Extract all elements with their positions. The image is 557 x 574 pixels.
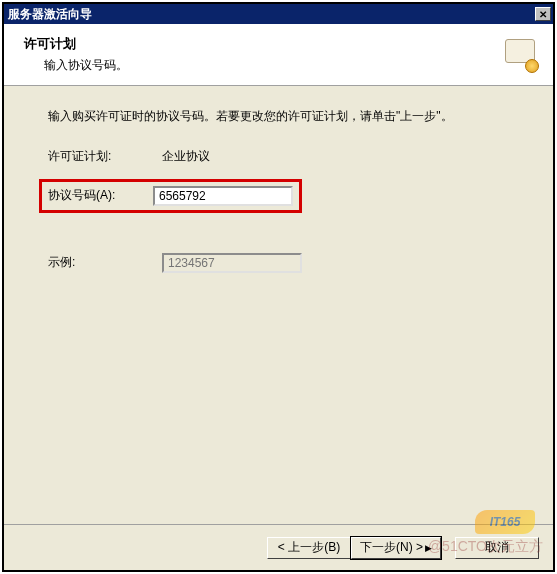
titlebar: 服务器激活向导 ✕ [4, 4, 553, 24]
header-subtitle: 输入协议号码。 [24, 57, 503, 74]
cancel-button[interactable]: 取消 [455, 537, 539, 559]
wizard-body: 输入购买许可证时的协议号码。若要更改您的许可证计划，请单击"上一步"。 许可证计… [4, 86, 553, 524]
license-plan-label: 许可证计划: [48, 148, 162, 165]
certificate-icon [503, 37, 539, 73]
agreement-label: 协议号码(A): [48, 187, 153, 204]
close-icon: ✕ [539, 9, 547, 20]
next-button[interactable]: 下一步(N) > ▶ [351, 537, 441, 559]
agreement-number-input[interactable] [153, 186, 293, 206]
example-label: 示例: [48, 254, 162, 271]
wizard-header: 许可计划 输入协议号码。 [4, 24, 553, 86]
wizard-window: 服务器激活向导 ✕ 许可计划 输入协议号码。 输入购买许可证时的协议号码。若要更… [2, 2, 555, 572]
agreement-highlight: 协议号码(A): [39, 179, 302, 213]
header-title: 许可计划 [24, 35, 503, 53]
wizard-footer: < 上一步(B) 下一步(N) > ▶ 取消 [4, 524, 553, 570]
header-text: 许可计划 输入协议号码。 [24, 35, 503, 74]
license-plan-value: 企业协议 [162, 148, 210, 165]
close-button[interactable]: ✕ [535, 7, 551, 21]
instruction-text: 输入购买许可证时的协议号码。若要更改您的许可证计划，请单击"上一步"。 [48, 106, 509, 128]
chevron-right-icon: ▶ [425, 543, 432, 553]
example-input [162, 253, 302, 273]
window-title: 服务器激活向导 [8, 6, 535, 23]
license-plan-row: 许可证计划: 企业协议 [48, 148, 509, 165]
next-button-label: 下一步(N) > [360, 539, 423, 556]
back-button[interactable]: < 上一步(B) [267, 537, 351, 559]
example-row: 示例: [48, 253, 509, 273]
